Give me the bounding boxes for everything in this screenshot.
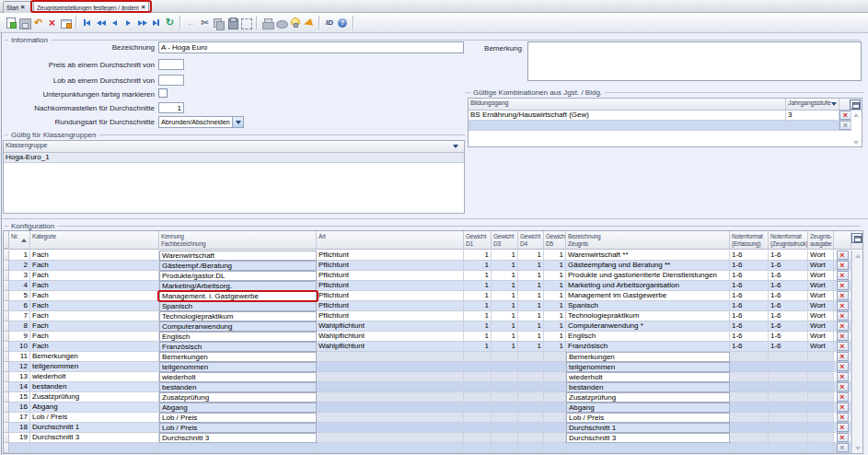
delete-row-icon[interactable]: × bbox=[837, 362, 849, 371]
konfiguration-grid-button[interactable] bbox=[851, 233, 862, 243]
konfiguration-row[interactable]: 12teilgenommenteilgenommenteilgenommen× bbox=[4, 362, 851, 372]
konfiguration-row[interactable]: 16AbgangAbgangAbgang× bbox=[4, 402, 851, 413]
kombinationen-grid-button[interactable] bbox=[850, 99, 861, 110]
header-nfe[interactable]: Notenformat (Erfassung) bbox=[730, 231, 769, 249]
kombinationen-row[interactable]: BS Ernährung/Hauswirtschaft (Gew)3× bbox=[469, 111, 851, 121]
konfiguration-row[interactable]: 2FachGästeempf./BeratungPflichtunt1111Gä… bbox=[4, 261, 851, 271]
header-d3[interactable]: Gewicht D3 bbox=[492, 231, 518, 249]
konfiguration-row[interactable]: 5FachManagement. i. GastgewerbePflichtun… bbox=[4, 291, 851, 301]
delete-row-icon[interactable]: × bbox=[837, 271, 849, 280]
new-record-icon[interactable] bbox=[5, 17, 17, 29]
header-kategorie[interactable]: Kategorie bbox=[30, 231, 159, 249]
nav-back-icon[interactable] bbox=[109, 17, 121, 29]
preis-durchschnitt-input[interactable] bbox=[158, 59, 184, 70]
scroll-up-icon[interactable] bbox=[855, 254, 861, 258]
tab-close-icon[interactable]: × bbox=[20, 4, 25, 11]
delete-row-icon[interactable]: × bbox=[837, 372, 849, 381]
tab-close-icon[interactable]: × bbox=[141, 4, 145, 11]
delete-row-icon[interactable]: × bbox=[837, 433, 849, 442]
delete-row-icon[interactable]: × bbox=[837, 342, 849, 351]
kombinationen-new-row[interactable]: × bbox=[469, 121, 851, 131]
dropdown-arrow-icon[interactable] bbox=[232, 117, 243, 127]
delete-row-icon[interactable]: × bbox=[837, 423, 849, 432]
header-d5[interactable]: Gewicht D5 bbox=[544, 231, 566, 249]
konfiguration-row[interactable]: 8FachComputeranwendungWahlpflichtunt1111… bbox=[4, 321, 851, 332]
delete-row-icon[interactable]: × bbox=[837, 291, 849, 300]
info-icon[interactable] bbox=[337, 17, 349, 29]
tab-start[interactable]: Start× bbox=[3, 1, 32, 13]
save-icon[interactable] bbox=[18, 17, 30, 29]
konfiguration-row[interactable]: 18Durchschnitt 1Lob / PreisDurchschnitt … bbox=[4, 423, 851, 433]
konfiguration-new-row[interactable]: × bbox=[4, 443, 851, 453]
delete-row-icon[interactable]: × bbox=[837, 352, 849, 361]
scroll-down-icon[interactable] bbox=[853, 141, 859, 145]
stamp-icon[interactable] bbox=[275, 17, 287, 29]
scroll-up-icon[interactable] bbox=[853, 113, 859, 117]
delete-row-icon[interactable]: × bbox=[837, 311, 849, 321]
paste-icon[interactable] bbox=[226, 17, 238, 29]
bezeichnung-input[interactable]: A - Hoga Euro bbox=[158, 41, 464, 53]
lob-durchschnitt-input[interactable] bbox=[158, 75, 184, 86]
hint-icon[interactable] bbox=[289, 17, 301, 29]
delete-row-icon[interactable]: × bbox=[837, 321, 849, 331]
nav-fast-forward-icon[interactable] bbox=[136, 17, 148, 29]
konfiguration-row[interactable]: 1FachWarenwirtschaftPflichtunt1111Warenw… bbox=[4, 251, 851, 261]
konfiguration-row[interactable]: 19Durchschnitt 3Durchschnitt 3Durchschni… bbox=[4, 433, 851, 443]
konfiguration-row[interactable]: 7FachTechnologiepraktikumPflichtunt1111T… bbox=[4, 311, 851, 321]
kombinationen-col-bildungsgang[interactable]: Bildungsgang bbox=[469, 99, 786, 110]
nav-forward-icon[interactable] bbox=[122, 17, 134, 29]
konfiguration-row[interactable]: 9FachEnglischWahlpflichtunt1111Englisch1… bbox=[4, 332, 851, 342]
konfiguration-row[interactable]: 10FachFranzösischWahlpflichtunt1111Franz… bbox=[4, 342, 851, 352]
delete-row-icon[interactable]: × bbox=[837, 413, 849, 422]
column-filter-arrow-icon[interactable] bbox=[831, 102, 837, 106]
select-region-icon[interactable] bbox=[240, 17, 252, 29]
back-icon[interactable]: ← bbox=[185, 17, 197, 29]
edit-table-icon[interactable] bbox=[60, 17, 72, 29]
nav-first-icon[interactable] bbox=[81, 17, 93, 29]
header-kennung[interactable]: Kennung Fachbezeichnung bbox=[159, 231, 317, 249]
konfiguration-row[interactable]: 13wiederholtwiederholtwiederholt× bbox=[4, 372, 851, 382]
nav-fast-back-icon[interactable] bbox=[95, 17, 107, 29]
delete-row-icon[interactable]: × bbox=[837, 251, 849, 260]
unterpunktungen-checkbox[interactable] bbox=[158, 88, 168, 98]
undo-icon[interactable]: ↶ bbox=[32, 17, 44, 29]
print-icon[interactable] bbox=[261, 17, 273, 29]
header-art[interactable]: Art bbox=[317, 231, 464, 249]
header-nfz[interactable]: Notenformat (Zeugnisdruck) bbox=[769, 231, 808, 249]
nachkommastellen-input[interactable]: 1 bbox=[158, 102, 184, 113]
delete-row-icon[interactable]: × bbox=[837, 261, 849, 270]
kombinationen-col-jahrgangsstufe[interactable]: Jahrgangsstufe bbox=[786, 99, 839, 110]
bemerkung-textarea[interactable] bbox=[527, 41, 862, 81]
delete-row-icon[interactable]: × bbox=[837, 392, 849, 402]
header-ausgabe[interactable]: Zeugnis- ausgabe bbox=[808, 231, 834, 249]
konfiguration-row[interactable]: 17Lob / PreisLob / PreisLob / Preis× bbox=[4, 413, 851, 423]
refresh-icon[interactable]: ↻ bbox=[164, 17, 176, 29]
konfiguration-row[interactable]: 15ZusatzprüfungZusatzprüfungZusatzprüfun… bbox=[4, 392, 851, 402]
header-nr[interactable]: Nr. bbox=[9, 231, 30, 249]
konfiguration-scrollbar[interactable] bbox=[851, 251, 862, 454]
announce-icon[interactable] bbox=[303, 17, 315, 29]
tab-zeugniseinstellungen[interactable]: Zeugniseinstellungen festlegen / ändern× bbox=[33, 1, 149, 13]
delete-row-icon[interactable]: × bbox=[837, 402, 849, 412]
konfiguration-row[interactable]: 14bestandenbestandenbestanden× bbox=[4, 382, 851, 392]
delete-icon[interactable]: × bbox=[46, 17, 58, 29]
delete-row-icon[interactable]: × bbox=[837, 332, 849, 341]
copy-icon[interactable] bbox=[213, 17, 225, 29]
header-d1[interactable]: Gewicht D1 bbox=[464, 231, 492, 249]
id-badge-icon[interactable]: ID bbox=[324, 17, 335, 29]
klassengruppe-row[interactable]: Hoga-Euro_1 bbox=[4, 153, 464, 163]
konfiguration-row[interactable]: 4FachMarketing/Arbeitsorg.Pflichtunt1111… bbox=[4, 281, 851, 291]
delete-row-icon[interactable]: × bbox=[837, 382, 849, 391]
konfiguration-row[interactable]: 3FachProdukte/gastor.DLPflichtunt1111Pro… bbox=[4, 271, 851, 281]
column-filter-arrow-icon[interactable] bbox=[453, 145, 458, 148]
delete-row-icon[interactable]: × bbox=[837, 281, 849, 290]
delete-row-icon[interactable]: × bbox=[839, 111, 851, 120]
delete-row-icon[interactable]: × bbox=[837, 301, 849, 310]
scroll-down-icon[interactable] bbox=[855, 447, 861, 450]
header-bezeichnung[interactable]: Bezeichnung Zeugnis bbox=[566, 231, 730, 249]
header-d4[interactable]: Gewicht D4 bbox=[518, 231, 544, 249]
konfiguration-row[interactable]: 11BemerkungenBemerkungenBemerkungen× bbox=[4, 352, 851, 362]
cut-icon[interactable]: ✂ bbox=[199, 17, 211, 29]
klassengruppen-col-klassengruppe[interactable]: Klassengruppe bbox=[4, 141, 464, 152]
konfiguration-row[interactable]: 6FachSpanischPflichtunt1111Spanisch1-61-… bbox=[4, 301, 851, 311]
